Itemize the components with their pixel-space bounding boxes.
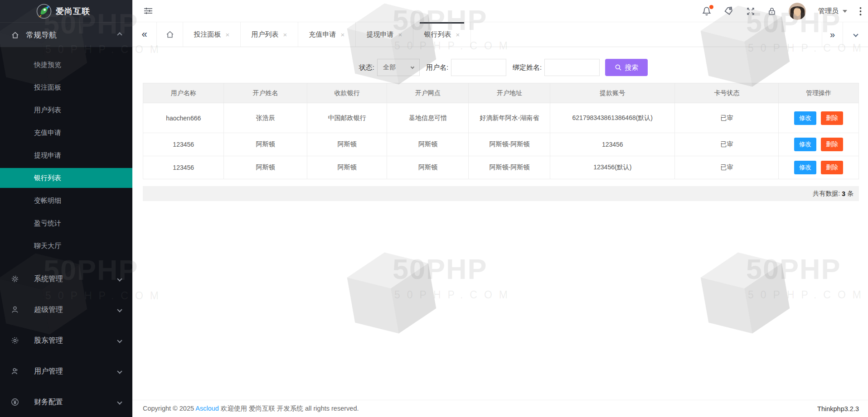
tabs-scroll-right-button[interactable]: » — [822, 22, 843, 47]
cog-icon — [11, 336, 19, 345]
tab-recharge[interactable]: 充值申请 × — [298, 22, 356, 47]
sidebar-item-user-list[interactable]: 用户列表 — [0, 99, 132, 121]
tabs-scroll-left-button[interactable]: « — [132, 22, 157, 47]
cell-branch: 阿斯顿 — [387, 156, 469, 179]
cell-account-number: 621798343861386468(默认) — [550, 103, 675, 133]
table-row: 123456 阿斯顿 阿斯顿 阿斯顿 阿斯顿-阿斯顿 123456 已审 修改 … — [143, 133, 859, 156]
edit-button[interactable]: 修改 — [794, 111, 816, 125]
cell-username: haochen666 — [143, 103, 224, 133]
cell-account-number: 123456 — [550, 133, 675, 156]
cell-card-status: 已审 — [675, 103, 779, 133]
sidebar-item-quick-preview[interactable]: 快捷预览 — [0, 53, 132, 76]
tab-withdraw[interactable]: 提现申请 × — [356, 22, 413, 47]
chevron-down-icon — [117, 307, 122, 312]
tab-bet-panel[interactable]: 投注面板 × — [183, 22, 241, 47]
column-header-username: 用户名称 — [143, 83, 224, 103]
lock-icon[interactable] — [767, 7, 776, 16]
close-icon[interactable]: × — [341, 31, 345, 38]
gear-icon — [11, 275, 19, 283]
sidebar-sections: 系统管理 超级管理 股东管理 — [0, 264, 132, 417]
sidebar-item-label: 变帐明细 — [34, 197, 61, 204]
sidebar-item-label: 充值申请 — [34, 129, 61, 136]
search-button[interactable]: 搜索 — [605, 59, 648, 76]
filter-toolbar: 状态: 全部 用户名: 绑定姓名: 搜索 — [132, 59, 868, 76]
sidebar-item-chat-hall[interactable]: 聊天大厅 — [0, 235, 132, 257]
edit-button[interactable]: 修改 — [794, 138, 816, 151]
sidebar-item-bet-panel[interactable]: 投注面板 — [0, 76, 132, 99]
delete-button[interactable]: 删除 — [821, 111, 843, 125]
section-label: 用户管理 — [34, 367, 63, 376]
sidebar-item-bank-list[interactable]: 银行列表 — [0, 168, 132, 188]
column-header-account-name: 开户姓名 — [224, 83, 307, 103]
avatar[interactable] — [789, 3, 806, 20]
cell-card-status: 已审 — [675, 133, 779, 156]
sidebar-section-shareholder[interactable]: 股东管理 — [0, 325, 132, 356]
user-menu[interactable]: 管理员 — [818, 7, 847, 15]
sidebar-item-recharge[interactable]: 充值申请 — [0, 121, 132, 144]
section-label: 超级管理 — [34, 305, 63, 315]
delete-button[interactable]: 删除 — [821, 138, 843, 151]
copyright-text: Copyright © 2025 Ascloud 欢迎使用 爱尚互联 开发系统 … — [143, 404, 359, 413]
sidebar-section-super[interactable]: 超级管理 — [0, 294, 132, 325]
sidebar-item-profit-stats[interactable]: 盈亏统计 — [0, 212, 132, 235]
filter-sliders-icon[interactable] — [144, 7, 153, 15]
stats-bar: 共有数据: 3 条 — [143, 186, 859, 201]
double-chevron-right-icon: » — [830, 29, 835, 40]
section-label: 股东管理 — [34, 336, 63, 345]
cell-branch: 阿斯顿 — [387, 133, 469, 156]
home-icon — [11, 31, 19, 39]
sidebar-section-system[interactable]: 系统管理 — [0, 264, 132, 294]
tab-home[interactable] — [157, 22, 183, 47]
close-icon[interactable]: × — [398, 31, 402, 38]
cell-account-name: 阿斯顿 — [224, 156, 307, 179]
cell-address: 阿斯顿-阿斯顿 — [469, 156, 550, 179]
sidebar-item-label: 盈亏统计 — [34, 219, 61, 227]
double-chevron-left-icon: « — [141, 29, 147, 40]
sidebar-section-finance[interactable]: 财务配置 — [0, 387, 132, 417]
tab-user-list[interactable]: 用户列表 × — [241, 22, 298, 47]
username-input[interactable] — [451, 59, 506, 76]
chevron-down-icon — [853, 32, 858, 37]
users-icon — [11, 367, 19, 375]
close-icon[interactable]: × — [226, 31, 230, 38]
cell-bank: 阿斯顿 — [307, 156, 387, 179]
sidebar-menu: 快捷预览 投注面板 用户列表 充值申请 提现申请 银行列表 变帐明细 盈亏统计 … — [0, 47, 132, 257]
tag-icon[interactable] — [724, 6, 734, 16]
delete-button[interactable]: 删除 — [821, 161, 843, 174]
edit-button[interactable]: 修改 — [794, 161, 816, 174]
fullscreen-icon[interactable] — [746, 7, 755, 16]
stats-count: 3 — [842, 190, 845, 197]
sidebar-nav-header[interactable]: 常规导航 — [0, 22, 132, 47]
cell-account-name: 张浩辰 — [224, 103, 307, 133]
bind-name-input[interactable] — [544, 59, 600, 76]
admin-page: 爱尚互联 常规导航 快捷预览 投注面板 用户列表 充值申请 提现申请 银行列表 … — [0, 0, 868, 417]
tabs-menu-button[interactable] — [843, 22, 868, 47]
column-header-account-number: 提款账号 — [550, 83, 675, 103]
chevron-down-icon — [117, 399, 122, 404]
sidebar-section-users[interactable]: 用户管理 — [0, 356, 132, 387]
sidebar-item-label: 银行列表 — [34, 174, 61, 182]
notifications-bell-icon[interactable] — [702, 6, 712, 16]
stats-unit: 条 — [847, 190, 853, 198]
chevron-down-icon — [411, 65, 414, 68]
tab-bank-list[interactable]: 银行列表 × — [413, 22, 471, 47]
close-icon[interactable]: × — [456, 31, 460, 38]
cell-bank: 阿斯顿 — [307, 133, 387, 156]
ascloud-link[interactable]: Ascloud — [195, 405, 219, 412]
cell-username: 123456 — [143, 133, 224, 156]
sidebar-item-label: 用户列表 — [34, 106, 61, 114]
cell-username: 123456 — [143, 156, 224, 179]
yen-icon — [11, 398, 19, 406]
status-select[interactable]: 全部 — [377, 59, 420, 76]
sidebar-item-label: 投注面板 — [34, 83, 61, 91]
sidebar-item-withdraw[interactable]: 提现申请 — [0, 144, 132, 167]
bind-name-label: 绑定姓名: — [513, 63, 542, 72]
cell-address: 阿斯顿-阿斯顿 — [469, 133, 550, 156]
table-row: 123456 阿斯顿 阿斯顿 阿斯顿 阿斯顿-阿斯顿 123456(默认) 已审… — [143, 156, 859, 179]
sidebar-item-account-detail[interactable]: 变帐明细 — [0, 189, 132, 212]
more-vertical-icon[interactable] — [859, 7, 862, 16]
content-area: 状态: 全部 用户名: 绑定姓名: 搜索 — [132, 47, 868, 417]
sidebar-item-label: 聊天大厅 — [34, 242, 61, 249]
close-icon[interactable]: × — [283, 31, 287, 38]
column-header-branch: 开户网点 — [387, 83, 469, 103]
